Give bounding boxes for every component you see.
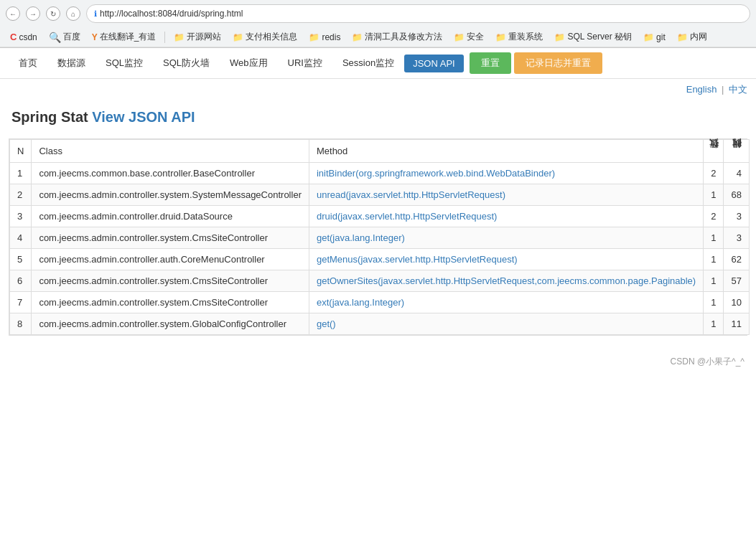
cell-class: com.jeecms.admin.controller.druid.DataSo… <box>32 206 309 227</box>
bookmark-label: SQL Server 秘钥 <box>567 31 632 43</box>
y-icon: Y <box>92 32 98 42</box>
bookmark-label: 百度 <box>63 31 80 43</box>
title-blue-text: View JSON API <box>92 109 195 125</box>
bookmark-label: 在线翻译_有道 <box>100 31 157 43</box>
lang-english[interactable]: English <box>686 84 717 95</box>
cell-n: 7 <box>10 292 32 313</box>
th-n: N <box>10 140 32 163</box>
csdn-icon: C <box>10 32 17 42</box>
nav-home[interactable]: 首页 <box>9 52 47 74</box>
table-row: 5com.jeecms.admin.controller.auth.CoreMe… <box>10 249 750 270</box>
cell-n: 2 <box>10 184 32 206</box>
secure-icon: ℹ <box>94 9 97 19</box>
folder-icon: 📁 <box>309 32 319 42</box>
folder-icon: 📁 <box>643 32 654 42</box>
footer: CSDN @小果子^_^ <box>0 341 756 375</box>
cell-n: 3 <box>10 206 32 227</box>
nav-web-app[interactable]: Web应用 <box>220 52 278 74</box>
refresh-button[interactable]: ↻ <box>46 6 60 21</box>
bookmark-label: 重装系统 <box>508 31 543 43</box>
bookmark-intranet[interactable]: 📁 内网 <box>673 29 711 44</box>
cell-method[interactable]: get() <box>309 313 703 335</box>
table-row: 8com.jeecms.admin.controller.system.Glob… <box>10 313 750 335</box>
nav-sql-monitor[interactable]: SQL监控 <box>95 52 153 74</box>
cell-method[interactable]: druid(javax.servlet.http.HttpServletRequ… <box>309 206 703 227</box>
nav-json-api[interactable]: JSON API <box>404 55 464 72</box>
address-bar[interactable]: ℹ http://localhost:8084/druid/spring.htm… <box>86 4 750 23</box>
bookmark-label: redis <box>322 32 340 42</box>
bookmark-label: 清洞工具及修改方法 <box>365 31 442 43</box>
folder-icon: 📁 <box>174 32 185 42</box>
cell-class: com.jeecms.admin.controller.system.Syste… <box>32 184 309 206</box>
table-row: 1com.jeecms.common.base.controller.BaseC… <box>10 163 750 184</box>
folder-icon: 📁 <box>554 32 565 42</box>
bookmark-reinstall[interactable]: 📁 重装系统 <box>491 29 547 44</box>
baidu-icon: 🔍 <box>49 32 61 43</box>
log-reset-button[interactable]: 记录日志并重置 <box>514 52 602 74</box>
bookmark-payment[interactable]: 📁 支付相关信息 <box>228 29 302 44</box>
bookmark-csdn[interactable]: C csdn <box>6 30 42 44</box>
table-row: 3com.jeecms.admin.controller.druid.DataS… <box>10 206 750 227</box>
cell-class: com.jeecms.admin.controller.auth.CoreMen… <box>32 249 309 270</box>
bookmark-opensource[interactable]: 📁 开源网站 <box>169 29 225 44</box>
cell-n: 5 <box>10 249 32 270</box>
bookmark-security[interactable]: 📁 安全 <box>449 29 488 44</box>
bookmark-tools[interactable]: 📁 清洞工具及修改方法 <box>347 29 447 44</box>
bookmark-label: csdn <box>19 32 37 42</box>
cell-n: 1 <box>10 163 32 184</box>
cell-exec-count: 1 <box>704 249 724 270</box>
divider <box>164 32 165 43</box>
nav-uri-monitor[interactable]: URI监控 <box>278 52 332 74</box>
bookmark-label: 开源网站 <box>187 31 221 43</box>
bookmark-baidu[interactable]: 🔍 百度 <box>45 29 85 44</box>
bookmark-youdao[interactable]: Y 在线翻译_有道 <box>88 29 161 44</box>
forward-button[interactable]: → <box>26 6 40 21</box>
table-row: 2com.jeecms.admin.controller.system.Syst… <box>10 184 750 206</box>
bookmark-git[interactable]: 📁 git <box>639 31 670 44</box>
th-exec-count: 执行数 <box>704 140 724 163</box>
cell-n: 4 <box>10 227 32 249</box>
bookmarks-bar: C csdn 🔍 百度 Y 在线翻译_有道 📁 开源网站 📁 支付相关信息 📁 … <box>0 27 756 47</box>
browser-chrome: ← → ↻ ⌂ ℹ http://localhost:8084/druid/sp… <box>0 0 756 48</box>
cell-method[interactable]: ext(java.lang.Integer) <box>309 292 703 313</box>
cell-exec-count: 1 <box>704 227 724 249</box>
folder-icon: 📁 <box>495 32 506 42</box>
home-button[interactable]: ⌂ <box>66 6 80 21</box>
cell-exec-time: 57 <box>724 270 749 292</box>
cell-method[interactable]: getOwnerSites(javax.servlet.http.HttpSer… <box>309 270 703 292</box>
cell-method[interactable]: initBinder(org.springframework.web.bind.… <box>309 163 703 184</box>
cell-exec-count: 1 <box>704 270 724 292</box>
cell-exec-count: 2 <box>704 163 724 184</box>
cell-method[interactable]: get(java.lang.Integer) <box>309 227 703 249</box>
nav-sql-firewall[interactable]: SQL防火墙 <box>153 52 220 74</box>
cell-exec-time: 10 <box>724 292 749 313</box>
cell-class: com.jeecms.admin.controller.system.Globa… <box>32 313 309 335</box>
cell-n: 6 <box>10 270 32 292</box>
nav-datasource[interactable]: 数据源 <box>47 52 95 74</box>
bookmark-redis[interactable]: 📁 redis <box>304 31 345 44</box>
lang-chinese[interactable]: 中文 <box>729 84 747 95</box>
th-method: Method <box>309 140 703 163</box>
cell-exec-count: 1 <box>704 184 724 206</box>
cell-exec-count: 2 <box>704 206 724 227</box>
table-row: 6com.jeecms.admin.controller.system.CmsS… <box>10 270 750 292</box>
folder-icon: 📁 <box>352 32 363 42</box>
folder-icon: 📁 <box>454 32 465 42</box>
table-row: 4com.jeecms.admin.controller.system.CmsS… <box>10 227 750 249</box>
nav-bar: 首页 数据源 SQL监控 SQL防火墙 Web应用 URI监控 Session监… <box>0 48 756 79</box>
footer-text: CSDN @小果子^_^ <box>671 357 745 367</box>
bookmark-sqlkey[interactable]: 📁 SQL Server 秘钥 <box>550 29 636 44</box>
table-row: 7com.jeecms.admin.controller.system.CmsS… <box>10 292 750 313</box>
folder-icon: 📁 <box>233 32 243 42</box>
cell-exec-time: 68 <box>724 184 749 206</box>
cell-exec-time: 3 <box>724 206 749 227</box>
cell-method[interactable]: unread(javax.servlet.http.HttpServletReq… <box>309 184 703 206</box>
cell-method[interactable]: getMenus(javax.servlet.http.HttpServletR… <box>309 249 703 270</box>
nav-session-monitor[interactable]: Session监控 <box>332 52 404 74</box>
bookmark-label: git <box>656 32 666 42</box>
bookmark-label: 内网 <box>690 31 707 43</box>
cell-n: 8 <box>10 313 32 335</box>
reset-button[interactable]: 重置 <box>470 52 511 74</box>
back-button[interactable]: ← <box>6 6 20 21</box>
cell-exec-time: 3 <box>724 227 749 249</box>
